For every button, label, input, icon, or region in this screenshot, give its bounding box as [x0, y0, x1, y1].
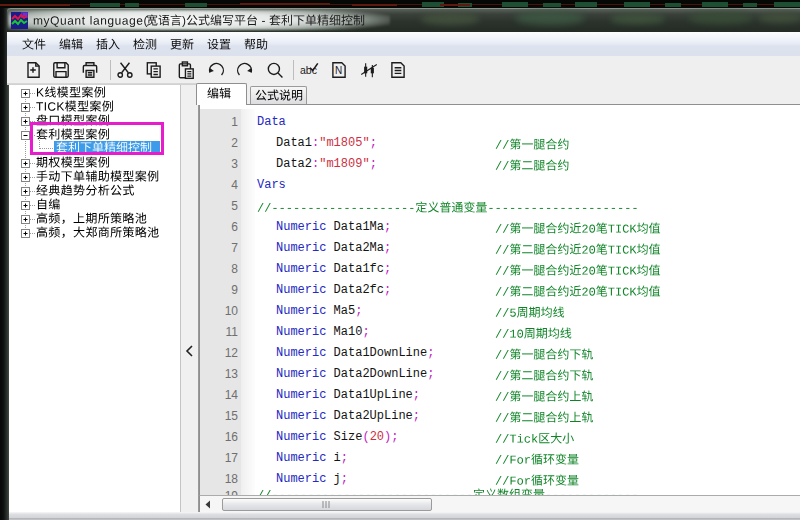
- svg-text:abc: abc: [300, 64, 317, 76]
- svg-text:N: N: [335, 65, 342, 76]
